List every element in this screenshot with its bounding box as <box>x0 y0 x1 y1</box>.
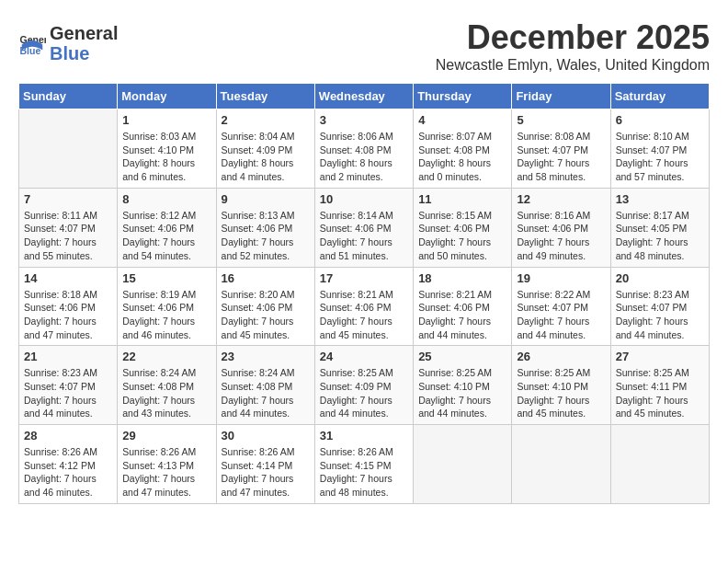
day-info: Sunrise: 8:25 AMSunset: 4:11 PMDaylight:… <box>616 366 704 420</box>
calendar-table: SundayMondayTuesdayWednesdayThursdayFrid… <box>18 83 710 504</box>
day-info: Sunrise: 8:20 AMSunset: 4:06 PMDaylight:… <box>222 288 310 342</box>
day-number: 12 <box>517 192 605 206</box>
calendar-cell: 22Sunrise: 8:24 AMSunset: 4:08 PMDayligh… <box>118 346 216 425</box>
day-number: 28 <box>24 429 112 442</box>
calendar-cell <box>512 425 610 504</box>
day-number: 24 <box>320 350 408 363</box>
weekday-header-cell: Saturday <box>610 84 709 109</box>
calendar-cell <box>414 425 512 504</box>
day-number: 20 <box>616 271 704 285</box>
day-info: Sunrise: 8:04 AMSunset: 4:09 PMDaylight:… <box>222 130 310 184</box>
calendar-cell: 23Sunrise: 8:24 AMSunset: 4:08 PMDayligh… <box>216 346 314 425</box>
svg-text:Blue: Blue <box>20 45 41 56</box>
calendar-cell: 21Sunrise: 8:23 AMSunset: 4:07 PMDayligh… <box>19 346 118 425</box>
calendar-cell: 11Sunrise: 8:15 AMSunset: 4:06 PMDayligh… <box>414 188 512 267</box>
page-header: General Blue General Blue December 2025 … <box>18 18 710 74</box>
logo: General Blue General Blue <box>18 23 118 63</box>
day-info: Sunrise: 8:26 AMSunset: 4:12 PMDaylight:… <box>24 445 112 500</box>
day-info: Sunrise: 8:21 AMSunset: 4:06 PMDaylight:… <box>418 288 506 342</box>
day-number: 7 <box>24 192 112 206</box>
calendar-cell: 15Sunrise: 8:19 AMSunset: 4:06 PMDayligh… <box>118 267 216 346</box>
day-info: Sunrise: 8:25 AMSunset: 4:10 PMDaylight:… <box>517 366 605 420</box>
calendar-cell: 24Sunrise: 8:25 AMSunset: 4:09 PMDayligh… <box>314 346 413 425</box>
day-info: Sunrise: 8:15 AMSunset: 4:06 PMDaylight:… <box>418 209 506 263</box>
day-number: 9 <box>222 192 310 206</box>
calendar-cell: 13Sunrise: 8:17 AMSunset: 4:05 PMDayligh… <box>610 188 709 267</box>
day-info: Sunrise: 8:06 AMSunset: 4:08 PMDaylight:… <box>320 130 408 184</box>
day-info: Sunrise: 8:16 AMSunset: 4:06 PMDaylight:… <box>517 209 605 263</box>
day-number: 18 <box>418 271 506 285</box>
weekday-header-row: SundayMondayTuesdayWednesdayThursdayFrid… <box>19 84 710 109</box>
calendar-week-row: 1Sunrise: 8:03 AMSunset: 4:10 PMDaylight… <box>19 109 710 189</box>
calendar-week-row: 14Sunrise: 8:18 AMSunset: 4:06 PMDayligh… <box>19 267 710 346</box>
calendar-cell: 2Sunrise: 8:04 AMSunset: 4:09 PMDaylight… <box>216 109 314 189</box>
day-info: Sunrise: 8:08 AMSunset: 4:07 PMDaylight:… <box>517 130 605 184</box>
title-block: December 2025 Newcastle Emlyn, Wales, Un… <box>436 18 710 74</box>
day-number: 2 <box>222 113 310 127</box>
day-number: 16 <box>222 271 310 285</box>
day-number: 19 <box>517 271 605 285</box>
day-info: Sunrise: 8:13 AMSunset: 4:06 PMDaylight:… <box>222 209 310 263</box>
calendar-cell: 5Sunrise: 8:08 AMSunset: 4:07 PMDaylight… <box>512 109 610 189</box>
calendar-cell: 3Sunrise: 8:06 AMSunset: 4:08 PMDaylight… <box>314 109 413 189</box>
calendar-cell: 12Sunrise: 8:16 AMSunset: 4:06 PMDayligh… <box>512 188 610 267</box>
day-number: 26 <box>517 350 605 363</box>
calendar-cell: 17Sunrise: 8:21 AMSunset: 4:06 PMDayligh… <box>314 267 413 346</box>
calendar-cell: 29Sunrise: 8:26 AMSunset: 4:13 PMDayligh… <box>118 425 216 504</box>
day-number: 22 <box>122 350 210 363</box>
calendar-cell: 16Sunrise: 8:20 AMSunset: 4:06 PMDayligh… <box>216 267 314 346</box>
day-number: 30 <box>222 429 310 442</box>
day-number: 10 <box>320 192 408 206</box>
day-info: Sunrise: 8:25 AMSunset: 4:10 PMDaylight:… <box>418 366 506 420</box>
day-number: 31 <box>320 429 408 442</box>
calendar-cell: 28Sunrise: 8:26 AMSunset: 4:12 PMDayligh… <box>19 425 118 504</box>
day-info: Sunrise: 8:18 AMSunset: 4:06 PMDaylight:… <box>24 288 112 342</box>
calendar-cell: 9Sunrise: 8:13 AMSunset: 4:06 PMDaylight… <box>216 188 314 267</box>
calendar-week-row: 7Sunrise: 8:11 AMSunset: 4:07 PMDaylight… <box>19 188 710 267</box>
day-info: Sunrise: 8:24 AMSunset: 4:08 PMDaylight:… <box>222 366 310 420</box>
day-number: 1 <box>122 113 210 127</box>
calendar-cell: 30Sunrise: 8:26 AMSunset: 4:14 PMDayligh… <box>216 425 314 504</box>
day-number: 14 <box>24 271 112 285</box>
calendar-week-row: 21Sunrise: 8:23 AMSunset: 4:07 PMDayligh… <box>19 346 710 425</box>
weekday-header-cell: Thursday <box>414 84 512 109</box>
weekday-header-cell: Monday <box>118 84 216 109</box>
day-info: Sunrise: 8:07 AMSunset: 4:08 PMDaylight:… <box>418 130 506 184</box>
day-info: Sunrise: 8:10 AMSunset: 4:07 PMDaylight:… <box>616 130 704 184</box>
day-info: Sunrise: 8:25 AMSunset: 4:09 PMDaylight:… <box>320 366 408 420</box>
day-number: 8 <box>122 192 210 206</box>
day-info: Sunrise: 8:12 AMSunset: 4:06 PMDaylight:… <box>122 209 210 263</box>
calendar-cell: 27Sunrise: 8:25 AMSunset: 4:11 PMDayligh… <box>610 346 709 425</box>
calendar-cell: 7Sunrise: 8:11 AMSunset: 4:07 PMDaylight… <box>19 188 118 267</box>
calendar-cell: 26Sunrise: 8:25 AMSunset: 4:10 PMDayligh… <box>512 346 610 425</box>
day-number: 27 <box>616 350 704 363</box>
day-number: 6 <box>616 113 704 127</box>
calendar-cell: 14Sunrise: 8:18 AMSunset: 4:06 PMDayligh… <box>19 267 118 346</box>
day-info: Sunrise: 8:03 AMSunset: 4:10 PMDaylight:… <box>122 130 210 184</box>
calendar-cell: 20Sunrise: 8:23 AMSunset: 4:07 PMDayligh… <box>610 267 709 346</box>
day-number: 4 <box>418 113 506 127</box>
calendar-cell: 1Sunrise: 8:03 AMSunset: 4:10 PMDaylight… <box>118 109 216 189</box>
logo-text: General Blue <box>50 23 118 63</box>
day-info: Sunrise: 8:19 AMSunset: 4:06 PMDaylight:… <box>122 288 210 342</box>
day-info: Sunrise: 8:23 AMSunset: 4:07 PMDaylight:… <box>616 288 704 342</box>
calendar-cell: 31Sunrise: 8:26 AMSunset: 4:15 PMDayligh… <box>314 425 413 504</box>
day-number: 29 <box>122 429 210 442</box>
day-number: 15 <box>122 271 210 285</box>
calendar-cell: 4Sunrise: 8:07 AMSunset: 4:08 PMDaylight… <box>414 109 512 189</box>
day-info: Sunrise: 8:21 AMSunset: 4:06 PMDaylight:… <box>320 288 408 342</box>
month-title: December 2025 <box>436 18 710 57</box>
day-number: 11 <box>418 192 506 206</box>
day-info: Sunrise: 8:17 AMSunset: 4:05 PMDaylight:… <box>616 209 704 263</box>
calendar-cell <box>19 109 118 189</box>
day-info: Sunrise: 8:26 AMSunset: 4:14 PMDaylight:… <box>222 445 310 500</box>
day-info: Sunrise: 8:23 AMSunset: 4:07 PMDaylight:… <box>24 366 112 420</box>
day-number: 5 <box>517 113 605 127</box>
calendar-cell: 18Sunrise: 8:21 AMSunset: 4:06 PMDayligh… <box>414 267 512 346</box>
day-info: Sunrise: 8:11 AMSunset: 4:07 PMDaylight:… <box>24 209 112 263</box>
day-info: Sunrise: 8:14 AMSunset: 4:06 PMDaylight:… <box>320 209 408 263</box>
calendar-cell: 19Sunrise: 8:22 AMSunset: 4:07 PMDayligh… <box>512 267 610 346</box>
day-number: 17 <box>320 271 408 285</box>
calendar-body: 1Sunrise: 8:03 AMSunset: 4:10 PMDaylight… <box>19 109 710 504</box>
calendar-cell: 8Sunrise: 8:12 AMSunset: 4:06 PMDaylight… <box>118 188 216 267</box>
